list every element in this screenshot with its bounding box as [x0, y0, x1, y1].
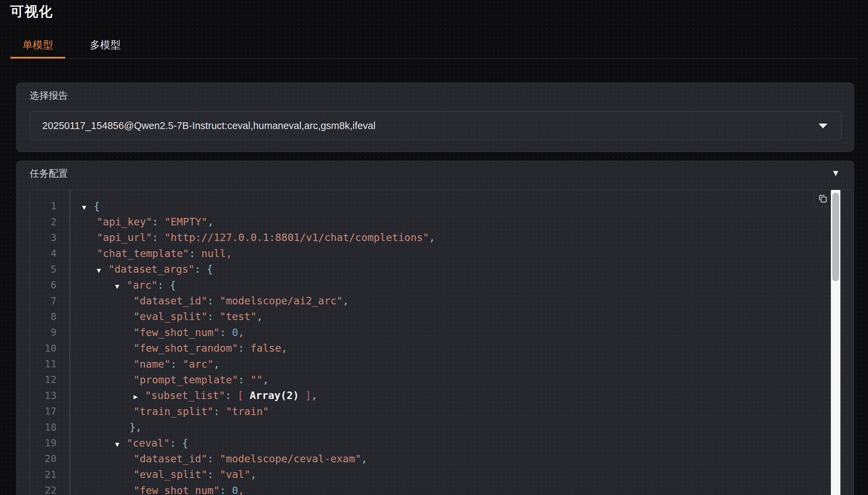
line-number: 9 — [30, 326, 57, 338]
code-line: 6▼"arc": { — [30, 277, 831, 293]
code-text: "name": "arc", — [70, 358, 220, 370]
active-tab-underline — [10, 57, 65, 59]
copy-button[interactable] — [814, 190, 831, 207]
fold-open-icon[interactable]: ▼ — [82, 203, 94, 211]
tab-multi-model[interactable]: 多模型 — [78, 33, 133, 57]
code-text: "prompt_template": "", — [70, 374, 269, 386]
report-select[interactable]: 20250117_154856@Qwen2.5-7B-Instruct:ceva… — [30, 111, 841, 140]
line-number: 13 — [30, 390, 57, 401]
line-number: 4 — [30, 248, 57, 259]
line-number: 20 — [30, 453, 57, 464]
line-number: 5 — [30, 264, 57, 275]
code-text: }, — [70, 421, 142, 433]
scrollbar-track[interactable] — [831, 190, 840, 495]
line-number: 2 — [30, 216, 57, 228]
fold-open-icon[interactable]: ▼ — [115, 440, 127, 448]
json-config-viewer: 1▼{2"api_key": "EMPTY",3"api_url": "http… — [30, 190, 852, 495]
tabs-divider — [10, 58, 858, 59]
code-text: "chat_template": null, — [70, 248, 232, 259]
code-text: "few_shot_num": 0, — [70, 484, 244, 495]
line-number: 6 — [30, 279, 57, 291]
line-number: 22 — [30, 484, 57, 495]
line-number: 8 — [30, 311, 57, 322]
code-text: "dataset_id": "modelscope/ai2_arc", — [70, 295, 349, 307]
task-config-panel: 任务配置 ▼ 1▼{2"api_key": "EMPTY",3"api_url"… — [16, 161, 854, 495]
code-line: 1▼{ — [30, 198, 831, 214]
line-number: 12 — [30, 374, 57, 385]
code-line: 13▶"subset_list": [ Array(2) ], — [30, 388, 831, 403]
line-number: 3 — [30, 232, 57, 243]
code-line: 11"name": "arc", — [30, 356, 831, 372]
collapse-panel-icon[interactable]: ▼ — [830, 167, 841, 179]
code-lines: 1▼{2"api_key": "EMPTY",3"api_url": "http… — [30, 190, 831, 495]
code-line: 18}, — [30, 419, 831, 435]
code-text: ▼"ceval": { — [70, 437, 188, 449]
line-number: 18 — [30, 421, 57, 433]
code-text: ▼{ — [70, 200, 100, 212]
line-number: 21 — [30, 469, 57, 480]
chevron-down-icon — [819, 124, 827, 128]
code-text: ▶"subset_list": [ Array(2) ], — [70, 389, 317, 401]
line-number: 1 — [30, 200, 57, 212]
scrollbar-thumb[interactable] — [832, 193, 839, 281]
code-line: 2"api_key": "EMPTY", — [30, 214, 831, 229]
code-line: 7"dataset_id": "modelscope/ai2_arc", — [30, 293, 831, 308]
report-select-value: 20250117_154856@Qwen2.5-7B-Instruct:ceva… — [42, 120, 819, 131]
code-line: 20"dataset_id": "modelscope/ceval-exam", — [30, 451, 831, 466]
line-number: 17 — [30, 405, 57, 417]
code-line: 3"api_url": "http://127.0.0.1:8801/v1/ch… — [30, 230, 831, 245]
code-text: "train_split": "train" — [70, 405, 269, 417]
code-line: 10"few_shot_random": false, — [30, 340, 831, 356]
code-text: "dataset_id": "modelscope/ceval-exam", — [70, 453, 367, 465]
code-text: "eval_split": "val", — [70, 468, 257, 480]
line-number: 10 — [30, 342, 57, 354]
fold-open-icon[interactable]: ▼ — [97, 266, 108, 274]
report-panel: 选择报告 20250117_154856@Qwen2.5-7B-Instruct… — [16, 83, 854, 152]
code-line: 21"eval_split": "val", — [30, 467, 831, 482]
code-line: 5▼"dataset_args": { — [30, 261, 831, 277]
code-line: 19▼"ceval": { — [30, 435, 831, 451]
code-text: "api_url": "http://127.0.0.1:8801/v1/cha… — [70, 231, 435, 243]
line-number: 19 — [30, 437, 57, 449]
code-text: "few_shot_random": false, — [70, 342, 288, 354]
code-line: 17"train_split": "train" — [30, 403, 831, 419]
copy-icon — [818, 194, 827, 203]
line-number: 7 — [30, 295, 57, 307]
task-config-label: 任务配置 — [30, 167, 68, 180]
code-line: 4"chat_template": null, — [30, 245, 831, 261]
tab-bar: 单模型 多模型 — [10, 33, 133, 57]
code-line: 8"eval_split": "test", — [30, 309, 831, 324]
code-text: ▼"dataset_args": { — [70, 263, 213, 275]
page-title: 可视化 — [10, 2, 53, 21]
line-number: 11 — [30, 358, 57, 370]
code-text: "few_shot_num": 0, — [70, 326, 244, 338]
code-line: 22"few_shot_num": 0, — [30, 482, 831, 495]
code-line: 12"prompt_template": "", — [30, 372, 831, 387]
code-line: 9"few_shot_num": 0, — [30, 324, 831, 340]
code-text: ▼"arc": { — [70, 279, 176, 291]
fold-closed-icon[interactable]: ▶ — [134, 393, 145, 401]
report-panel-label: 选择报告 — [30, 89, 68, 102]
code-text: "eval_split": "test", — [70, 310, 263, 322]
fold-open-icon[interactable]: ▼ — [115, 282, 127, 290]
code-text: "api_key": "EMPTY", — [70, 216, 214, 228]
tab-single-model[interactable]: 单模型 — [10, 33, 65, 57]
